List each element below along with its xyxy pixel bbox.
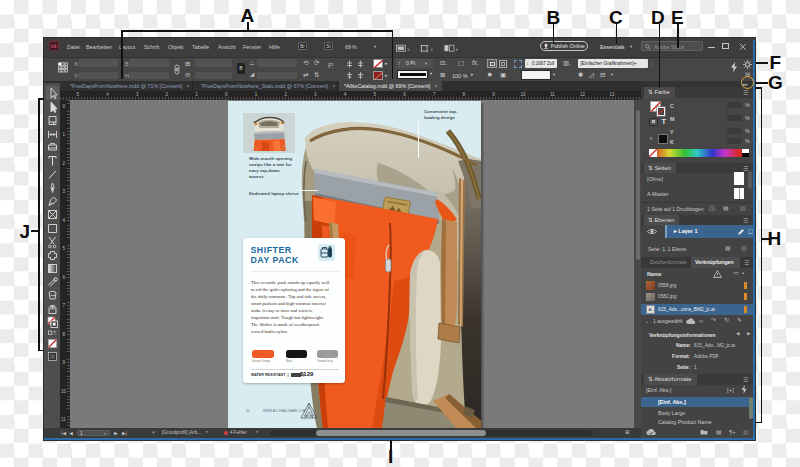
svg-text:T: T	[53, 331, 56, 336]
